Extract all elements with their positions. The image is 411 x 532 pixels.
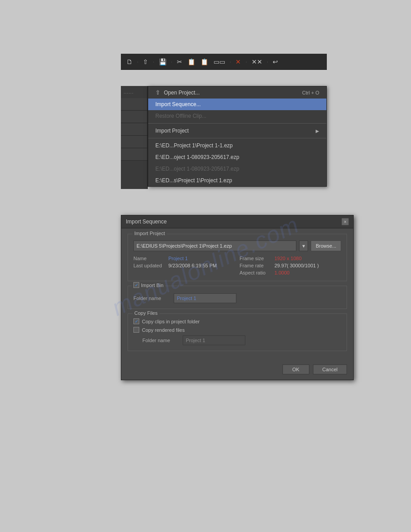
menu-restore-offline-label: Restore Offline Clip... bbox=[155, 113, 206, 119]
save-icon[interactable]: 💾 bbox=[157, 57, 168, 66]
copy-folder-name-label: Folder name bbox=[142, 338, 178, 343]
dropdown-menu: ⇧ Open Project... Ctrl + O Import Sequen… bbox=[148, 86, 327, 187]
menu-item-open-project[interactable]: ⇧ Open Project... Ctrl + O bbox=[148, 86, 326, 99]
menu-import-project-label: Import Project bbox=[155, 128, 189, 134]
close-icon: × bbox=[344, 219, 347, 224]
import-bin-label: Import Bin bbox=[141, 283, 163, 288]
frame-size-label: Frame size bbox=[240, 256, 271, 261]
last-updated-row: Last updated 9/23/2008 6:19:55 PM bbox=[133, 263, 235, 268]
last-updated-label: Last updated bbox=[133, 263, 165, 268]
cancel-button-label: Cancel bbox=[322, 367, 338, 372]
copy-folder-row: Folder name bbox=[133, 335, 341, 345]
copy-files-group: Copy Files Copy clips in project folder … bbox=[128, 313, 347, 351]
file-path-input[interactable] bbox=[133, 240, 296, 251]
import-sequence-dialog: Import Sequence × Import Project ▼ Brows… bbox=[121, 215, 354, 380]
panel-row-2 bbox=[121, 111, 147, 123]
open-icon[interactable]: ⇧ bbox=[141, 57, 150, 66]
sep-icon-3: · bbox=[171, 59, 172, 65]
delete-icon[interactable]: ✕ bbox=[234, 57, 243, 66]
import-project-group-label: Import Project bbox=[133, 231, 167, 236]
panel-row-4 bbox=[121, 136, 147, 148]
panel-row-5 bbox=[121, 148, 147, 161]
menu-sep-2 bbox=[148, 138, 326, 138]
import-bin-group-label: Import Bin bbox=[132, 282, 165, 288]
frame-size-row: Frame size 1920 x 1080 bbox=[240, 256, 341, 261]
copy-clips-label: Copy clips in project folder bbox=[142, 319, 200, 324]
import-bin-folder-label: Folder name bbox=[133, 296, 169, 301]
dialog-title: Import Sequence bbox=[126, 219, 167, 225]
import-bin-folder-input[interactable] bbox=[174, 293, 236, 303]
copy-icon[interactable]: 📋 bbox=[186, 57, 197, 66]
dialog-body: Import Project ▼ Browse... Name bbox=[121, 228, 353, 361]
panel-dots: ...... bbox=[121, 86, 147, 98]
menu-item-import-project[interactable]: Import Project ▶ bbox=[148, 125, 326, 137]
frame-rate-value: 29.97( 30000/1001 ) bbox=[274, 263, 319, 268]
name-label: Name bbox=[133, 256, 165, 261]
file-path-dropdown-button[interactable]: ▼ bbox=[299, 240, 308, 251]
panel-row-1 bbox=[121, 98, 147, 111]
split-icon[interactable]: ▭▭ bbox=[212, 57, 227, 66]
toolbar-strip: 🗋 · ⇧ · 💾 · ✂ 📋 📋 ▭▭ · ✕ · ✕✕ · ↩ bbox=[121, 54, 327, 70]
last-updated-value: 9/23/2008 6:19:55 PM bbox=[168, 263, 217, 268]
import-project-arrow-icon: ▶ bbox=[316, 129, 319, 133]
dropdown-arrow-icon: ▼ bbox=[301, 244, 306, 249]
import-bin-group: Import Bin Folder name bbox=[128, 286, 347, 309]
panel-row-3 bbox=[121, 123, 147, 136]
ok-button[interactable]: OK bbox=[283, 365, 309, 374]
copy-clips-row: Copy clips in project folder bbox=[133, 318, 341, 324]
menu-import-sequence-label: Import Sequence... bbox=[155, 101, 201, 107]
name-row: Name Project 1 bbox=[133, 256, 235, 261]
menu-sep-1 bbox=[148, 123, 326, 124]
import-bin-folder-row: Folder name bbox=[133, 293, 341, 303]
frame-size-value: 1920 x 1080 bbox=[274, 256, 302, 261]
menu-recent-1-label: E:\ED...Project 1\Project 1-1.ezp bbox=[155, 142, 233, 149]
copy-files-group-label: Copy Files bbox=[133, 310, 159, 316]
menu-item-import-sequence[interactable]: Import Sequence... bbox=[148, 99, 326, 110]
ok-button-label: OK bbox=[292, 367, 300, 372]
paste-icon[interactable]: 📋 bbox=[199, 57, 210, 66]
import-bin-checkbox[interactable] bbox=[133, 282, 139, 288]
sep-icon-4: · bbox=[230, 59, 231, 65]
undo-icon[interactable]: ↩ bbox=[271, 57, 280, 66]
copy-folder-input[interactable] bbox=[183, 335, 245, 345]
cancel-button[interactable]: Cancel bbox=[313, 365, 347, 374]
dialog-close-button[interactable]: × bbox=[342, 218, 349, 225]
ripple-delete-icon[interactable]: ✕✕ bbox=[250, 57, 264, 66]
left-panel-strip: ...... bbox=[121, 86, 148, 189]
copy-clips-checkbox[interactable] bbox=[133, 318, 139, 324]
menu-item-recent-1[interactable]: E:\ED...Project 1\Project 1-1.ezp bbox=[148, 140, 326, 151]
copy-rendered-checkbox[interactable] bbox=[133, 327, 139, 333]
menu-item-recent-4[interactable]: E:\ED...s\Project 1\Project 1.ezp bbox=[148, 175, 326, 186]
copy-rendered-row: Copy rendered files bbox=[133, 327, 341, 333]
menu-recent-4-label: E:\ED...s\Project 1\Project 1.ezp bbox=[155, 177, 232, 184]
name-value: Project 1 bbox=[168, 256, 188, 261]
aspect-ratio-label: Aspect ratio bbox=[240, 270, 271, 275]
menu-item-recent-3: E:\ED...oject 1-080923-205617.ezp bbox=[148, 163, 326, 175]
cut-icon[interactable]: ✂ bbox=[175, 57, 184, 66]
browse-button[interactable]: Browse... bbox=[311, 240, 341, 251]
dialog-title-bar: Import Sequence × bbox=[121, 215, 353, 228]
menu-item-recent-2[interactable]: E:\ED...oject 1-080923-205617.ezp bbox=[148, 151, 326, 163]
browse-button-label: Browse... bbox=[316, 243, 336, 249]
new-icon[interactable]: 🗋 bbox=[124, 57, 134, 66]
dialog-footer: OK Cancel bbox=[121, 361, 353, 380]
sep-icon-1: · bbox=[137, 59, 138, 65]
menu-recent-3-label: E:\ED...oject 1-080923-205617.ezp bbox=[155, 166, 239, 172]
import-project-group: Import Project ▼ Browse... Name bbox=[128, 234, 347, 281]
copy-rendered-label: Copy rendered files bbox=[142, 327, 184, 333]
open-project-icon: ⇧ bbox=[155, 89, 160, 96]
sep-icon-2: · bbox=[153, 59, 154, 65]
frame-rate-row: Frame rate 29.97( 30000/1001 ) bbox=[240, 263, 341, 268]
menu-recent-2-label: E:\ED...oject 1-080923-205617.ezp bbox=[155, 154, 239, 160]
open-project-shortcut: Ctrl + O bbox=[302, 90, 319, 95]
sep-icon-6: · bbox=[267, 59, 268, 65]
aspect-ratio-row: Aspect ratio 1.0000 bbox=[240, 270, 341, 275]
menu-open-project-label: Open Project... bbox=[164, 90, 200, 96]
project-info-grid: Name Project 1 Last updated 9/23/2008 6:… bbox=[133, 256, 341, 275]
info-right-col: Frame size 1920 x 1080 Frame rate 29.97(… bbox=[240, 256, 341, 275]
sep-icon-5: · bbox=[245, 59, 247, 65]
dropdown-section: 🗋 · ⇧ · 💾 · ✂ 📋 📋 ▭▭ · ✕ · ✕✕ · ↩ ...... bbox=[121, 54, 327, 70]
file-path-row: ▼ Browse... bbox=[133, 240, 341, 251]
menu-item-restore-offline: Restore Offline Clip... bbox=[148, 110, 326, 122]
import-sequence-dialog-section: Import Sequence × Import Project ▼ Brows… bbox=[121, 215, 354, 380]
